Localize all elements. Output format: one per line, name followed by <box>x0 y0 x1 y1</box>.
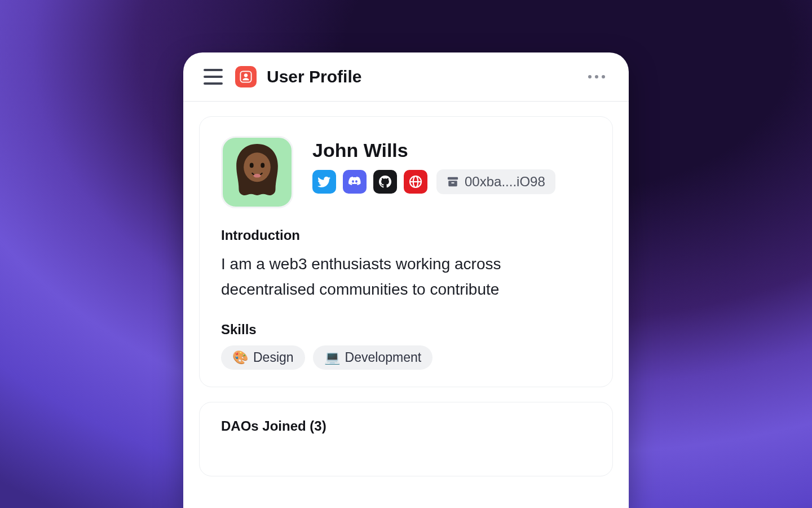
skill-emoji: 🎨 <box>232 350 249 365</box>
menu-icon[interactable] <box>204 69 223 85</box>
skill-chip[interactable]: 🎨 Design <box>221 345 305 370</box>
globe-icon[interactable] <box>404 170 427 194</box>
avatar <box>221 136 293 208</box>
app-icon <box>235 66 257 87</box>
header: User Profile <box>183 52 629 102</box>
profile-row: John Wills <box>221 136 591 208</box>
introduction-heading: Introduction <box>221 227 591 243</box>
svg-rect-10 <box>448 177 458 180</box>
skill-label: Design <box>253 350 294 365</box>
svg-rect-12 <box>451 182 454 183</box>
social-row: 00xba....iO98 <box>312 169 591 194</box>
skill-label: Development <box>345 350 422 365</box>
profile-panel: John Wills <box>199 116 613 387</box>
wallet-chip[interactable]: 00xba....iO98 <box>436 169 555 194</box>
svg-point-5 <box>261 163 264 168</box>
profile-card: User Profile <box>183 52 629 508</box>
introduction-body: I am a web3 enthusiasts working across d… <box>221 251 591 303</box>
more-icon[interactable] <box>585 72 608 82</box>
wallet-address: 00xba....iO98 <box>465 174 545 190</box>
discord-icon[interactable] <box>343 170 367 194</box>
skill-chip[interactable]: 💻 Development <box>313 345 433 370</box>
twitter-icon[interactable] <box>312 170 336 194</box>
page-title: User Profile <box>267 67 361 86</box>
github-icon[interactable] <box>373 170 397 194</box>
archive-icon <box>447 176 459 187</box>
svg-point-4 <box>250 163 254 168</box>
skills-heading: Skills <box>221 322 591 338</box>
content: John Wills <box>183 102 629 491</box>
skill-emoji: 💻 <box>324 350 341 365</box>
daos-panel: DAOs Joined (3) <box>199 402 613 476</box>
skill-row: 🎨 Design 💻 Development <box>221 345 591 370</box>
daos-heading: DAOs Joined (3) <box>221 418 591 434</box>
svg-point-6 <box>254 174 261 178</box>
profile-name: John Wills <box>312 139 591 161</box>
svg-rect-11 <box>448 181 457 186</box>
